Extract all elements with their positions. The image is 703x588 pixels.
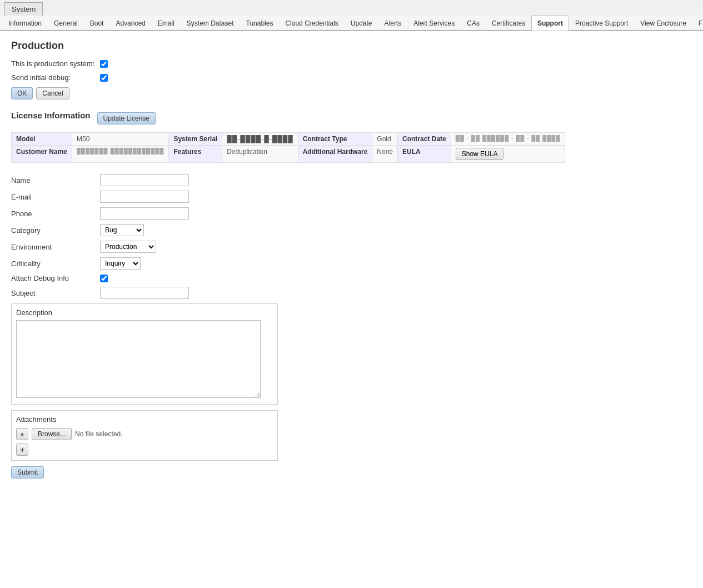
environment-row: Environment Production Staging Developme… bbox=[11, 241, 278, 253]
tab-cloud-credentials[interactable]: Cloud Credentials bbox=[279, 16, 344, 31]
email-label: E-mail bbox=[11, 193, 100, 201]
page-content: Production This is production system: Se… bbox=[0, 31, 703, 487]
tab-email[interactable]: Email bbox=[152, 16, 181, 31]
attach-debug-label: Attach Debug Info bbox=[11, 274, 100, 282]
subject-row: Subject bbox=[11, 287, 278, 299]
features-value: Deduplication bbox=[222, 146, 298, 163]
criticality-label: Criticality bbox=[11, 260, 100, 268]
customer-name-label: Customer Name bbox=[12, 146, 72, 163]
submit-container: Submit bbox=[11, 466, 692, 479]
production-buttons: OK Cancel bbox=[11, 87, 692, 99]
nav-tabs: Information General Boot Advanced Email … bbox=[0, 16, 703, 31]
ok-button[interactable]: OK bbox=[11, 87, 33, 99]
tab-boot[interactable]: Boot bbox=[84, 16, 110, 31]
tab-information[interactable]: Information bbox=[2, 16, 48, 31]
tab-support[interactable]: Support bbox=[531, 16, 569, 31]
criticality-select[interactable]: Inquiry Low Medium High Critical bbox=[100, 257, 141, 270]
attachment-row: x Browse... No file selected. bbox=[16, 428, 273, 440]
attach-debug-checkbox[interactable] bbox=[100, 275, 108, 282]
description-label: Description bbox=[16, 308, 273, 317]
contract-date-value: ██ - ██ ██████ - ██ - ██ ████ bbox=[451, 133, 565, 146]
name-input[interactable] bbox=[100, 174, 189, 186]
tab-advanced[interactable]: Advanced bbox=[109, 16, 151, 31]
category-select[interactable]: Bug Feature Question Other bbox=[100, 224, 144, 236]
name-row: Name bbox=[11, 174, 278, 186]
serial-value: ██-████-█-████ bbox=[222, 133, 298, 146]
category-label: Category bbox=[11, 226, 100, 235]
tab-alert-services[interactable]: Alert Services bbox=[407, 16, 461, 31]
no-file-label: No file selected. bbox=[75, 430, 122, 438]
contract-type-label: Contract Type bbox=[298, 133, 372, 146]
model-value: M50 bbox=[72, 133, 169, 146]
tab-failover[interactable]: Failover bbox=[692, 16, 703, 31]
tab-system-dataset[interactable]: System Dataset bbox=[181, 16, 240, 31]
browse-button[interactable]: Browse... bbox=[32, 428, 72, 440]
additional-hw-label: Additional Hardware bbox=[298, 146, 372, 163]
submit-button[interactable]: Submit bbox=[11, 466, 44, 479]
attach-debug-row: Attach Debug Info bbox=[11, 274, 278, 282]
description-textarea[interactable] bbox=[16, 320, 261, 398]
production-system-row: This is production system: bbox=[11, 59, 692, 68]
model-label: Model bbox=[12, 133, 72, 146]
subject-input[interactable] bbox=[100, 287, 189, 299]
additional-hw-value: None bbox=[372, 146, 398, 163]
tab-cas[interactable]: CAs bbox=[461, 16, 486, 31]
phone-input[interactable] bbox=[100, 207, 189, 220]
description-section: Description bbox=[11, 303, 278, 405]
email-row: E-mail bbox=[11, 191, 278, 203]
show-eula-button[interactable]: Show EULA bbox=[456, 148, 504, 160]
category-row: Category Bug Feature Question Other bbox=[11, 224, 278, 236]
license-section: License Information Update License Model… bbox=[11, 111, 692, 163]
license-title: License Information bbox=[11, 111, 91, 120]
system-tab-container: System bbox=[0, 0, 703, 16]
license-header: License Information Update License bbox=[11, 111, 692, 126]
license-row-1: Model M50 System Serial ██-████-█-████ C… bbox=[12, 133, 565, 146]
name-label: Name bbox=[11, 176, 100, 185]
phone-row: Phone bbox=[11, 207, 278, 220]
contract-type-value: Gold bbox=[372, 133, 398, 146]
add-attachment-button[interactable]: + bbox=[16, 444, 28, 456]
serial-label: System Serial bbox=[169, 133, 222, 146]
eula-label: EULA bbox=[398, 146, 451, 163]
cancel-button[interactable]: Cancel bbox=[36, 87, 69, 99]
criticality-row: Criticality Inquiry Low Medium High Crit… bbox=[11, 257, 278, 270]
attachments-section: Attachments x Browse... No file selected… bbox=[11, 410, 278, 461]
license-row-2: Customer Name ███████ ████████████ Featu… bbox=[12, 146, 565, 163]
tab-bar-outer: System Information General Boot Advanced… bbox=[0, 0, 703, 31]
features-label: Features bbox=[169, 146, 222, 163]
eula-cell: Show EULA bbox=[451, 146, 565, 163]
production-system-checkbox[interactable] bbox=[100, 60, 108, 68]
phone-label: Phone bbox=[11, 210, 100, 218]
tab-proactive-support[interactable]: Proactive Support bbox=[569, 16, 634, 31]
system-tab[interactable]: System bbox=[4, 2, 43, 16]
license-table: Model M50 System Serial ██-████-█-████ C… bbox=[11, 132, 565, 163]
support-form: Name E-mail Phone Category Bug Feature Q… bbox=[11, 174, 278, 299]
environment-select[interactable]: Production Staging Development bbox=[100, 241, 156, 253]
customer-name-value: ███████ ████████████ bbox=[72, 146, 169, 163]
production-section: Production This is production system: Se… bbox=[11, 40, 692, 99]
tab-view-enclosure[interactable]: View Enclosure bbox=[634, 16, 692, 31]
send-debug-label: Send initial debug: bbox=[11, 73, 100, 82]
email-input[interactable] bbox=[100, 191, 189, 203]
subject-label: Subject bbox=[11, 289, 100, 297]
update-license-button[interactable]: Update License bbox=[97, 112, 156, 124]
attachments-label: Attachments bbox=[16, 415, 273, 423]
production-system-label: This is production system: bbox=[11, 59, 100, 68]
tab-update[interactable]: Update bbox=[345, 16, 378, 31]
tab-general[interactable]: General bbox=[48, 16, 84, 31]
remove-attachment-button[interactable]: x bbox=[16, 428, 28, 440]
production-title: Production bbox=[11, 40, 692, 52]
send-debug-row: Send initial debug: bbox=[11, 73, 692, 82]
tab-tunables[interactable]: Tunables bbox=[240, 16, 280, 31]
tab-certificates[interactable]: Certificates bbox=[486, 16, 531, 31]
tab-alerts[interactable]: Alerts bbox=[378, 16, 408, 31]
environment-label: Environment bbox=[11, 243, 100, 251]
contract-date-label: Contract Date bbox=[398, 133, 451, 146]
send-debug-checkbox[interactable] bbox=[100, 74, 108, 82]
